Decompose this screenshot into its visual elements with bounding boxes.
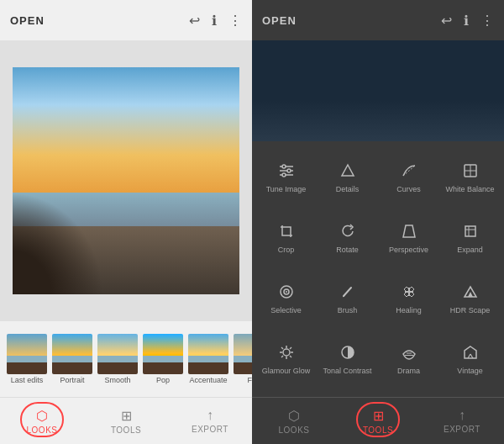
looks-icon-right: ⬡ [288,408,300,424]
tool-drama[interactable]: Drama [378,330,439,390]
tool-brush[interactable]: Brush [317,269,378,330]
healing-icon [401,283,417,303]
thumb-label-last-edits: Last edits [11,376,44,384]
left-image-area [0,40,252,321]
right-panel: OPEN ↩ ℹ ⋮ Tune Image [252,0,504,444]
svg-point-5 [282,173,286,177]
thumb-img-accentuate [188,334,228,374]
tool-hdr-scape[interactable]: HDR Scape [439,269,501,330]
right-nav-tools[interactable]: ⊞ TOOLS [336,403,420,440]
left-undo-icon[interactable]: ↩ [189,13,200,29]
left-more-icon[interactable]: ⋮ [228,13,242,29]
tool-details[interactable]: Details [317,148,378,209]
thumb-img-pop [143,334,183,374]
thumbnail-fac[interactable]: Fac [234,334,252,384]
perspective-label: Perspective [389,246,428,255]
thumb-label-pop: Pop [156,376,170,384]
left-title: OPEN [10,14,189,27]
right-bottom-nav: ⬡ LOOKS ⊞ TOOLS ↑ EXPORT [252,397,504,444]
svg-line-26 [281,347,283,349]
left-nav-looks[interactable]: ⬡ LOOKS [0,403,84,440]
tool-selective[interactable]: Selective [255,269,317,330]
tool-healing[interactable]: Healing [378,269,439,330]
perspective-icon [401,223,417,242]
tool-white-balance[interactable]: White Balance [439,148,501,209]
rotate-label: Rotate [336,246,359,255]
left-info-icon[interactable]: ℹ [212,13,217,29]
tool-curves[interactable]: Curves [378,148,439,209]
export-label-left: EXPORT [192,425,228,434]
selective-label: Selective [270,306,302,315]
svg-line-29 [281,356,283,357]
thumbnail-smooth[interactable]: Smooth [97,334,138,384]
svg-point-21 [283,349,290,356]
thumbnail-portrait[interactable]: Portrait [52,334,92,384]
thumb-img-last-edits [7,334,47,374]
svg-line-28 [290,347,291,349]
tonal-contrast-icon [339,344,356,363]
tool-tonal-contrast[interactable]: Tonal Contrast [317,330,378,390]
right-top-icons: ↩ ℹ ⋮ [441,13,494,29]
drama-label: Drama [397,367,420,376]
svg-marker-20 [468,292,473,297]
tool-glamour-glow[interactable]: Glamour Glow [255,330,317,390]
thumb-img-smooth [97,334,138,374]
right-more-icon[interactable]: ⋮ [480,13,494,29]
right-top-bar: OPEN ↩ ℹ ⋮ [252,0,504,40]
looks-label: LOOKS [27,426,58,435]
details-icon [339,162,356,182]
thumb-img-portrait [52,334,92,374]
thumbnail-accentuate[interactable]: Accentuate [188,334,228,384]
left-nav-tools[interactable]: ⊞ TOOLS [84,403,168,440]
tools-icon-left: ⊞ [121,408,132,424]
thumbnail-pop[interactable]: Pop [143,334,183,384]
right-undo-icon[interactable]: ↩ [441,13,452,29]
tune-image-icon [278,162,295,182]
svg-marker-11 [403,225,415,237]
left-bottom-nav: ⬡ LOOKS ⊞ TOOLS ↑ EXPORT [0,397,252,444]
healing-label: Healing [396,306,422,315]
thumb-label-accentuate: Accentuate [189,376,227,384]
selective-icon [278,283,295,303]
right-info-icon[interactable]: ℹ [464,13,469,29]
thumbnails-row: Last edits Portrait Smooth Po [0,321,252,397]
tools-grid: Tune Image Details Curves [252,141,504,397]
drama-icon [401,344,417,363]
hdr-scape-label: HDR Scape [450,306,491,315]
glamour-glow-label: Glamour Glow [262,367,311,376]
expand-label: Expand [457,246,483,255]
tonal-contrast-label: Tonal Contrast [323,367,371,376]
thumb-label-portrait: Portrait [60,376,84,384]
tools-label-right: TOOLS [363,426,393,435]
thumb-img-fac [234,334,252,374]
right-image-inner [252,40,504,141]
svg-point-4 [287,169,291,172]
thumbnail-last-edits[interactable]: Last edits [7,334,47,384]
tool-tune-image[interactable]: Tune Image [255,148,317,209]
svg-line-27 [290,356,291,357]
vintage-label: Vintage [457,367,482,376]
svg-marker-6 [342,165,354,176]
tool-vintage[interactable]: Vintage [439,330,501,390]
left-nav-export[interactable]: ↑ EXPORT [168,403,252,439]
hdr-scape-icon [462,283,479,303]
tool-rotate[interactable]: Rotate [317,209,378,269]
svg-point-3 [282,165,286,168]
svg-line-18 [344,288,351,296]
tool-perspective[interactable]: Perspective [378,209,439,269]
expand-icon [462,223,479,242]
left-panel: OPEN ↩ ℹ ⋮ Last edits [0,0,252,444]
right-image-area [252,40,504,141]
tool-crop[interactable]: Crop [255,209,317,269]
export-label-right: EXPORT [444,425,480,434]
image-rocks-detail [13,193,103,295]
image-sky-layer [13,67,239,193]
thumb-label-smooth: Smooth [104,376,130,384]
looks-label-right: LOOKS [279,426,310,435]
looks-icon: ⬡ [36,408,48,424]
right-nav-looks[interactable]: ⬡ LOOKS [252,403,336,440]
left-top-bar: OPEN ↩ ℹ ⋮ [0,0,252,40]
curves-icon [401,162,417,182]
tool-expand[interactable]: Expand [439,209,501,269]
right-nav-export[interactable]: ↑ EXPORT [420,403,504,439]
